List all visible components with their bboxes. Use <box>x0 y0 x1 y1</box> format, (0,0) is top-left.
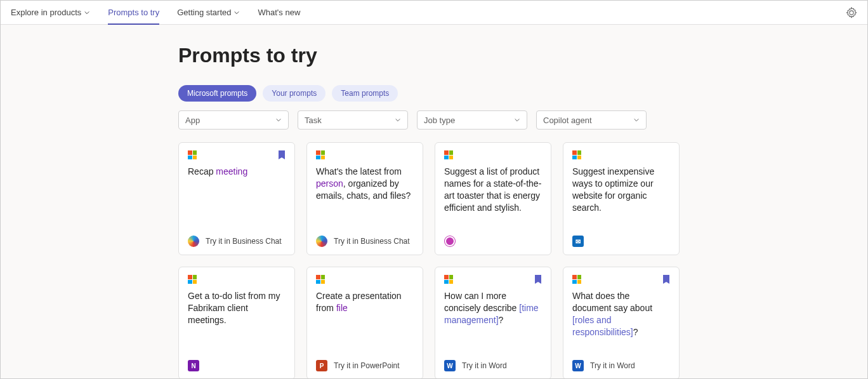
prompt-card[interactable]: Suggest inexpensive ways to optimize our… <box>563 142 680 255</box>
card-header <box>444 275 542 284</box>
bookmark-icon[interactable] <box>662 275 670 284</box>
powerpoint-icon: P <box>316 360 327 371</box>
microsoft-logo-icon <box>316 275 325 284</box>
business-chat-icon <box>316 236 327 247</box>
filter-job-type[interactable]: Job type <box>417 110 527 130</box>
card-footer[interactable]: N <box>188 359 286 373</box>
bookmark-icon[interactable] <box>534 275 542 284</box>
card-footer[interactable] <box>444 234 542 248</box>
card-header <box>316 275 414 284</box>
filter-task[interactable]: Task <box>298 110 408 130</box>
chevron-down-icon <box>514 117 520 123</box>
nav-explore[interactable]: Explore in products <box>11 1 90 25</box>
top-nav: Explore in products Prompts to try Getti… <box>1 1 867 25</box>
microsoft-logo-icon <box>572 275 581 284</box>
nav-prompts[interactable]: Prompts to try <box>108 1 159 25</box>
card-footer[interactable]: Try it in Business Chat <box>188 234 286 248</box>
card-foot-label: Try it in Business Chat <box>334 237 410 246</box>
nav-whats-new[interactable]: What's new <box>258 1 300 25</box>
card-foot-label: Try it in Word <box>462 361 507 370</box>
word-icon: W <box>444 360 456 371</box>
nav-getting-started[interactable]: Getting started <box>177 1 240 25</box>
card-footer[interactable]: PTry it in PowerPoint <box>316 359 414 373</box>
microsoft-logo-icon <box>572 150 581 159</box>
card-header <box>444 150 542 159</box>
prompt-text: How can I more concisely describe [time … <box>444 290 542 359</box>
card-footer[interactable]: WTry it in Word <box>572 359 670 373</box>
filter-job-label: Job type <box>424 116 455 125</box>
prompt-text: What's the latest from person, organized… <box>316 166 414 234</box>
card-footer[interactable]: WTry it in Word <box>444 359 542 373</box>
filter-app[interactable]: App <box>178 110 289 130</box>
filter-row: App Task Job type Copilot agent <box>178 110 680 130</box>
chevron-down-icon <box>233 10 240 16</box>
page-title: Prompts to try <box>178 44 680 67</box>
outlook-icon: ✉ <box>572 236 584 247</box>
prompt-card[interactable]: How can I more concisely describe [time … <box>435 267 551 378</box>
chevron-down-icon <box>84 10 90 16</box>
card-header <box>572 150 670 159</box>
prompt-grid: Recap meetingTry it in Business ChatWhat… <box>178 142 680 378</box>
nav-getting-label: Getting started <box>177 8 231 17</box>
prompt-token: person <box>316 178 343 189</box>
pill-microsoft-prompts[interactable]: Microsoft prompts <box>178 85 256 102</box>
prompt-token: file <box>336 303 348 313</box>
card-header <box>188 150 286 159</box>
card-header <box>316 150 414 159</box>
content-area: Prompts to try Microsoft prompts Your pr… <box>1 25 867 378</box>
filter-task-label: Task <box>305 116 322 125</box>
prompt-text: Suggest a list of product names for a st… <box>444 166 542 234</box>
prompt-text: Get a to-do list from my Fabrikam client… <box>188 290 286 359</box>
prompt-card[interactable]: Recap meetingTry it in Business Chat <box>178 142 295 255</box>
prompt-card[interactable]: What does the document say about [roles … <box>563 267 680 378</box>
chevron-down-icon <box>395 117 401 123</box>
card-foot-label: Try it in Business Chat <box>206 237 282 246</box>
chevron-down-icon <box>633 117 640 123</box>
prompt-token: [time management] <box>444 303 539 325</box>
business-chat-icon <box>188 236 199 247</box>
microsoft-logo-icon <box>444 150 453 159</box>
prompt-token: meeting <box>216 166 247 176</box>
card-foot-label: Try it in PowerPoint <box>334 361 400 370</box>
nav-prompts-label: Prompts to try <box>108 8 159 17</box>
filter-agent-label: Copilot agent <box>543 116 592 125</box>
microsoft-logo-icon <box>188 275 197 284</box>
page-root: Explore in products Prompts to try Getti… <box>0 0 868 379</box>
pill-tabs: Microsoft prompts Your prompts Team prom… <box>178 85 680 102</box>
prompt-card[interactable]: Create a presentation from filePTry it i… <box>306 267 423 378</box>
filter-app-label: App <box>185 116 200 125</box>
prompt-text: Create a presentation from file <box>316 290 414 359</box>
prompt-token: [roles and responsibilities] <box>572 315 633 337</box>
filter-copilot-agent[interactable]: Copilot agent <box>536 110 647 130</box>
nav-explore-label: Explore in products <box>11 8 81 17</box>
bookmark-icon[interactable] <box>278 150 286 159</box>
nav-whatsnew-label: What's new <box>258 8 300 17</box>
prompt-text: What does the document say about [roles … <box>572 290 670 359</box>
word-icon: W <box>572 360 584 371</box>
loop-icon <box>444 236 456 247</box>
microsoft-logo-icon <box>444 275 453 284</box>
card-footer[interactable]: ✉ <box>572 234 670 248</box>
prompt-card[interactable]: What's the latest from person, organized… <box>306 142 423 255</box>
content-wrap: Prompts to try Microsoft prompts Your pr… <box>178 44 680 378</box>
card-header <box>188 275 286 284</box>
microsoft-logo-icon <box>188 150 197 159</box>
gear-icon[interactable] <box>846 7 857 18</box>
microsoft-logo-icon <box>316 150 325 159</box>
card-footer[interactable]: Try it in Business Chat <box>316 234 414 248</box>
prompt-card[interactable]: Suggest a list of product names for a st… <box>435 142 551 255</box>
prompt-text: Suggest inexpensive ways to optimize our… <box>572 166 670 234</box>
pill-team-prompts[interactable]: Team prompts <box>332 85 398 102</box>
card-foot-label: Try it in Word <box>590 361 635 370</box>
card-header <box>572 275 670 284</box>
pill-your-prompts[interactable]: Your prompts <box>263 85 326 102</box>
prompt-card[interactable]: Get a to-do list from my Fabrikam client… <box>178 267 295 378</box>
chevron-down-icon <box>275 117 282 123</box>
prompt-text: Recap meeting <box>188 166 286 234</box>
onenote-icon: N <box>188 360 199 371</box>
